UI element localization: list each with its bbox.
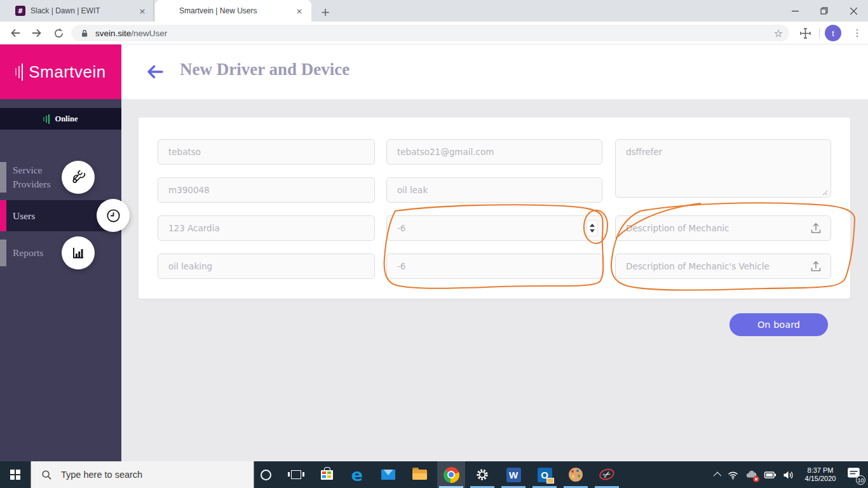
browser-tab-strip: # Slack | Dawn | EWIT × Smartvein | New …: [0, 0, 868, 22]
taskbar-clock[interactable]: 8:37 PM 4/15/2020: [800, 466, 841, 483]
profile-avatar[interactable]: t: [825, 25, 841, 41]
page-header: New Driver and Device: [121, 44, 868, 99]
window-controls: [780, 0, 868, 22]
snipping-tool-icon[interactable]: ✂: [593, 461, 621, 488]
extension-move-icon[interactable]: [797, 25, 813, 41]
smartvein-logo-icon: [15, 64, 23, 81]
sidebar-item-service-providers[interactable]: Service Providers: [0, 161, 121, 194]
mechanic-description-input[interactable]: [615, 215, 831, 241]
notification-count-badge: 10: [856, 475, 865, 485]
vehicle-description-wrap: [615, 254, 831, 279]
url-text: svein.site/newUser: [95, 29, 774, 38]
windows-logo-icon: [10, 470, 21, 480]
taskbar: Type here to search e W O ✂: [0, 461, 868, 488]
offset2-number-input[interactable]: [386, 254, 602, 279]
resize-grip-icon[interactable]: [822, 190, 828, 196]
sidebar-item-reports[interactable]: Reports: [0, 238, 121, 268]
sidebar-item-label: Service Providers: [13, 163, 62, 191]
new-tab-button[interactable]: +: [318, 4, 333, 19]
screen: # Slack | Dawn | EWIT × Smartvein | New …: [0, 0, 868, 488]
wrench-icon[interactable]: [62, 161, 95, 194]
device-id-input[interactable]: [158, 177, 375, 203]
notes-textarea[interactable]: [615, 139, 831, 198]
forward-nav-icon[interactable]: [29, 25, 44, 41]
word-icon[interactable]: W: [499, 461, 527, 488]
start-button[interactable]: [0, 461, 31, 488]
online-status-bar: Online: [0, 108, 121, 130]
logo-block: Smartvein: [0, 44, 121, 99]
vehicle-description-input[interactable]: [615, 254, 831, 279]
refresh-icon[interactable]: [51, 25, 66, 41]
mechanic-description-wrap: [615, 215, 831, 241]
item-marker: [0, 162, 6, 193]
clock-date: 4/15/2020: [800, 475, 841, 483]
clock-icon[interactable]: [97, 199, 130, 232]
file-explorer-icon[interactable]: [405, 461, 433, 488]
online-signal-icon: [43, 114, 50, 124]
action-center-icon[interactable]: 10: [846, 466, 863, 483]
tab-slack[interactable]: # Slack | Dawn | EWIT ×: [8, 0, 154, 22]
battery-icon[interactable]: [764, 470, 776, 480]
toolbar-divider: [819, 28, 820, 38]
sidebar-item-label: Users: [13, 209, 62, 223]
tray-expand-icon[interactable]: [714, 471, 722, 480]
spinner-up-icon[interactable]: [590, 224, 595, 227]
email-input[interactable]: [386, 139, 602, 165]
task-view-icon[interactable]: [282, 461, 310, 488]
cortana-icon[interactable]: [252, 461, 280, 488]
error-badge-icon: [753, 476, 759, 482]
taskbar-search[interactable]: Type here to search: [31, 461, 254, 488]
browser-menu-icon[interactable]: ⋮: [850, 25, 865, 41]
status-badge: Online: [55, 114, 78, 124]
bookmark-star-icon[interactable]: ☆: [774, 27, 783, 39]
outlook-icon[interactable]: O: [531, 461, 559, 488]
back-arrow-button[interactable]: [144, 62, 165, 81]
restore-button[interactable]: [810, 0, 839, 22]
search-placeholder: Type here to search: [61, 470, 142, 480]
item-marker: [0, 200, 6, 231]
sidebar-item-users[interactable]: Users: [0, 200, 121, 231]
form-card: [139, 118, 850, 299]
slack-favicon-icon: #: [15, 6, 25, 16]
minimize-button[interactable]: [780, 0, 810, 22]
clock-time: 8:37 PM: [800, 466, 841, 475]
number-spinner[interactable]: [587, 220, 598, 236]
back-nav-icon[interactable]: [8, 25, 23, 41]
onboard-button[interactable]: On board: [729, 313, 828, 336]
url-bar[interactable]: svein.site/newUser ☆: [71, 25, 789, 41]
tab-title: Slack | Dawn | EWIT: [31, 6, 137, 15]
bar-chart-icon[interactable]: [62, 236, 95, 269]
item-marker: [0, 240, 6, 266]
sidebar: Smartvein Online Service Providers: [0, 44, 121, 461]
issue-input[interactable]: [386, 177, 602, 203]
upload-icon[interactable]: [809, 221, 823, 235]
browser-toolbar: svein.site/newUser ☆ t ⋮: [0, 22, 868, 44]
wifi-icon[interactable]: [727, 470, 739, 480]
offset-number-input[interactable]: [386, 215, 602, 241]
onedrive-error-icon[interactable]: [745, 469, 758, 481]
sidebar-item-label: Reports: [13, 246, 62, 260]
name-input[interactable]: [158, 139, 375, 165]
logo-text: Smartvein: [29, 62, 106, 82]
page-content: New Driver and Device: [0, 44, 868, 461]
tab-title: Smartvein | New Users: [179, 6, 294, 15]
settings-gear-icon[interactable]: [468, 461, 496, 488]
tab-close-icon[interactable]: ×: [294, 5, 305, 17]
upload-icon[interactable]: [809, 259, 823, 273]
tab-close-icon[interactable]: ×: [137, 5, 148, 17]
paint-icon[interactable]: [562, 461, 590, 488]
mail-icon[interactable]: [374, 461, 402, 488]
edge-icon[interactable]: e: [343, 461, 371, 488]
system-tray: 8:37 PM 4/15/2020 10: [715, 461, 868, 488]
tab-smartvein[interactable]: Smartvein | New Users ×: [155, 0, 311, 22]
issue-detail-input[interactable]: [158, 254, 375, 279]
page-title: New Driver and Device: [180, 60, 349, 79]
offset-field-wrap: [386, 215, 602, 241]
close-window-button[interactable]: [839, 0, 868, 22]
volume-icon[interactable]: [782, 470, 794, 480]
microsoft-store-icon[interactable]: [313, 461, 341, 488]
address-input[interactable]: [158, 215, 375, 241]
search-icon: [41, 470, 52, 480]
spinner-down-icon[interactable]: [590, 229, 595, 233]
chrome-icon[interactable]: [437, 461, 465, 488]
